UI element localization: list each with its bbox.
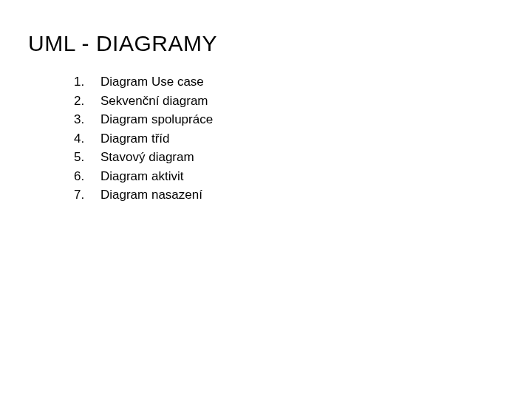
list-item: 3. Diagram spolupráce bbox=[74, 110, 504, 129]
list-label: Sekvenční diagram bbox=[100, 92, 504, 111]
list-item: 4. Diagram tříd bbox=[74, 129, 504, 149]
list-number: 5. bbox=[74, 148, 100, 167]
list-label: Diagram spolupráce bbox=[100, 110, 504, 129]
list-label: Stavový diagram bbox=[100, 148, 504, 167]
list-item: 1. Diagram Use case bbox=[74, 72, 504, 92]
list-item: 7. Diagram nasazení bbox=[74, 185, 504, 205]
list-number: 3. bbox=[74, 110, 100, 129]
diagram-list: 1. Diagram Use case 2. Sekvenční diagram… bbox=[74, 72, 504, 205]
slide-title: UML - DIAGRAMY bbox=[28, 31, 504, 56]
list-label: Diagram aktivit bbox=[100, 167, 504, 186]
list-number: 4. bbox=[74, 129, 100, 149]
list-label: Diagram nasazení bbox=[100, 185, 504, 205]
list-item: 6. Diagram aktivit bbox=[74, 167, 504, 186]
list-number: 1. bbox=[74, 72, 100, 92]
list-number: 7. bbox=[74, 185, 100, 205]
list-item: 2. Sekvenční diagram bbox=[74, 92, 504, 111]
list-item: 5. Stavový diagram bbox=[74, 148, 504, 167]
list-number: 2. bbox=[74, 92, 100, 111]
list-number: 6. bbox=[74, 167, 100, 186]
list-label: Diagram Use case bbox=[100, 72, 504, 92]
list-label: Diagram tříd bbox=[100, 129, 504, 149]
